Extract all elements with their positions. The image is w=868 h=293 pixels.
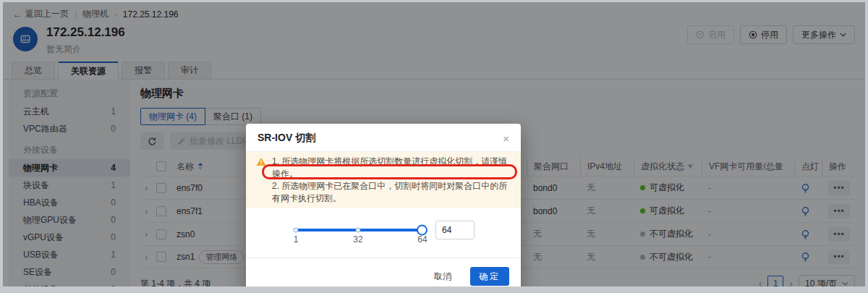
slider-label-max: 64 bbox=[417, 234, 427, 245]
warning-line-1: 1. 所选物理网卡将根据所选切割数量进行虚拟化切割，请谨慎操作。 bbox=[272, 156, 511, 180]
modal-title: SR-IOV 切割 bbox=[258, 132, 315, 145]
slider-mark-min bbox=[294, 228, 299, 233]
slider-label-min: 1 bbox=[294, 234, 299, 245]
modal-header: SR-IOV 切割 × bbox=[246, 124, 521, 152]
app-window: ← 返回上一页 | 物理机 › 172.25.12.196 172.25.12.… bbox=[0, 0, 868, 293]
confirm-button[interactable]: 确定 bbox=[470, 267, 509, 286]
close-icon[interactable]: × bbox=[503, 133, 509, 144]
modal-footer: 取消 确定 bbox=[246, 258, 521, 293]
warning-text: 1. 所选物理网卡将根据所选切割数量进行虚拟化切割，请谨慎操作。 2. 所选物理… bbox=[272, 156, 511, 205]
modal-body: 1 32 64 bbox=[246, 208, 521, 258]
slider-label-mid: 32 bbox=[353, 234, 362, 245]
sriov-modal: SR-IOV 切割 × 1. 所选物理网卡将根据所选切割数量进行虚拟化切割，请谨… bbox=[246, 124, 521, 293]
warning-banner: 1. 所选物理网卡将根据所选切割数量进行虚拟化切割，请谨慎操作。 2. 所选物理… bbox=[246, 152, 521, 208]
sriov-count-slider: 1 32 64 bbox=[294, 225, 422, 235]
warning-triangle-icon bbox=[256, 157, 266, 205]
sriov-count-input[interactable] bbox=[435, 221, 475, 239]
cancel-button[interactable]: 取消 bbox=[430, 270, 456, 284]
warning-line-2: 2. 所选物理网卡已在聚合口中，切割时将同时对聚合口中的所有网卡执行切割。 bbox=[272, 180, 511, 205]
slider-mark-mid bbox=[356, 228, 361, 233]
